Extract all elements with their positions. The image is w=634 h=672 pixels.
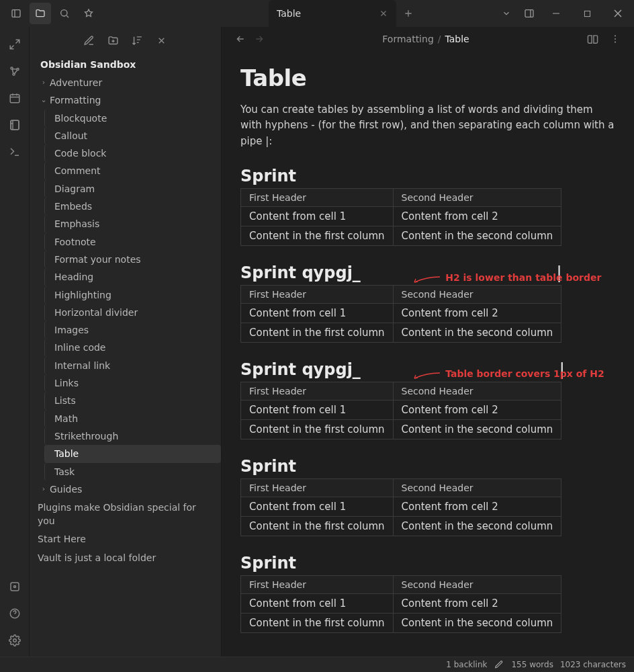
file-item[interactable]: Code block — [44, 144, 221, 162]
tab-dropdown-icon[interactable] — [496, 3, 517, 24]
reading-view-icon[interactable] — [583, 30, 602, 48]
file-item[interactable]: Inline code — [44, 339, 221, 356]
svg-rect-3 — [584, 11, 590, 16]
tab-strip: Table — [269, 0, 420, 27]
breadcrumb-current[interactable]: Table — [445, 34, 469, 44]
file-item[interactable]: Highlighting — [44, 286, 221, 304]
file-item[interactable]: Table — [44, 445, 221, 462]
folder-item[interactable]: › Guides — [30, 480, 221, 498]
file-tree: › Adventurer ⌄ Formatting Blockquote Cal… — [30, 74, 221, 657]
file-item[interactable]: Footnote — [44, 233, 221, 251]
chevron-icon[interactable]: ⌄ — [38, 95, 50, 106]
folder-item[interactable]: ⌄ Formatting — [30, 91, 221, 109]
document-body[interactable]: Table You can create tables by assemblin… — [222, 51, 634, 657]
file-label: Lists — [54, 394, 76, 407]
main-row: Obsidian Sandbox › Adventurer ⌄ Formatti… — [0, 27, 634, 657]
table-cell: Content from cell 2 — [393, 497, 561, 516]
graph-view-icon[interactable] — [4, 62, 26, 81]
table-cell: Content in the first column — [241, 323, 394, 342]
templates-icon[interactable] — [4, 116, 26, 134]
file-item[interactable]: Start Here — [30, 530, 221, 548]
file-item[interactable]: Embeds — [44, 198, 221, 215]
file-label: Images — [54, 323, 89, 337]
command-palette-icon[interactable] — [4, 142, 26, 161]
table-header: Second Header — [393, 188, 561, 206]
file-item[interactable]: Emphasis — [44, 215, 221, 233]
file-item[interactable]: Diagram — [44, 180, 221, 198]
table-row: Content in the first columnContent in th… — [241, 516, 561, 536]
table-cell: Content from cell 1 — [241, 593, 394, 613]
folder-item[interactable]: › Adventurer — [30, 74, 221, 91]
quick-switcher-icon[interactable] — [4, 35, 26, 54]
vault-icon[interactable] — [4, 577, 26, 596]
section-heading: Sprint qypgj_ Table border covers 1px of… — [240, 360, 615, 379]
window-titlebar: Table — [0, 0, 634, 27]
more-options-icon[interactable] — [606, 30, 625, 48]
table-header: First Header — [241, 188, 394, 206]
file-item[interactable]: Lists — [44, 392, 221, 409]
file-label: Horizontal divider — [54, 306, 138, 319]
file-item[interactable]: Strikethrough — [44, 427, 221, 445]
sort-icon[interactable] — [129, 32, 146, 49]
file-item[interactable]: Task — [44, 463, 221, 480]
table-header: Second Header — [393, 575, 561, 593]
window-maximize-button[interactable] — [572, 3, 602, 24]
svg-point-11 — [13, 586, 15, 588]
table-cell: Content in the second column — [393, 516, 561, 536]
section-heading: Sprint — [240, 554, 615, 573]
settings-icon[interactable] — [4, 631, 26, 650]
file-item[interactable]: Blockquote — [44, 110, 221, 127]
table-cell: Content in the first column — [241, 419, 394, 439]
file-item[interactable]: Format your notes — [44, 251, 221, 268]
file-item[interactable]: Callout — [44, 127, 221, 144]
file-item[interactable]: Horizontal divider — [44, 304, 221, 321]
file-item[interactable]: Plugins make Obsidian special for you — [30, 498, 221, 530]
file-item[interactable]: Vault is just a local folder — [30, 548, 221, 566]
file-item[interactable]: Comment — [44, 162, 221, 179]
status-words[interactable]: 155 words — [511, 660, 553, 669]
close-tab-icon[interactable] — [379, 9, 388, 18]
table-row: Content from cell 1Content from cell 2 — [241, 497, 561, 516]
file-label: Highlighting — [54, 288, 111, 302]
search-icon[interactable] — [54, 3, 75, 24]
file-label: Inline code — [54, 341, 105, 354]
nav-back-icon[interactable] — [231, 30, 250, 48]
new-folder-icon[interactable] — [105, 32, 122, 49]
svg-point-15 — [615, 38, 616, 40]
left-ribbon — [0, 27, 30, 657]
bookmark-icon[interactable] — [78, 3, 99, 24]
table-header: Second Header — [393, 382, 561, 400]
daily-note-icon[interactable] — [4, 89, 26, 108]
new-note-icon[interactable] — [81, 32, 98, 49]
window-close-button[interactable] — [603, 3, 633, 24]
chevron-icon[interactable]: › — [38, 77, 50, 88]
svg-rect-0 — [12, 10, 20, 17]
nav-forward-icon[interactable] — [250, 30, 269, 48]
sidebar-toggle-left-icon[interactable] — [5, 3, 27, 24]
file-item[interactable]: Heading — [44, 268, 221, 286]
chevron-icon[interactable]: › — [38, 484, 50, 495]
breadcrumb-parent[interactable]: Formatting — [382, 34, 433, 44]
collapse-icon[interactable] — [153, 32, 171, 49]
file-item[interactable]: Images — [44, 321, 221, 339]
annotation-text: H2 is lower than table border — [413, 272, 601, 283]
new-tab-button[interactable] — [396, 8, 420, 19]
table-cell: Content from cell 2 — [393, 303, 561, 323]
section-heading: Sprint qypgj_ H2 is lower than table bor… — [240, 263, 615, 282]
edit-mode-icon[interactable] — [494, 659, 504, 670]
file-item[interactable]: Math — [44, 410, 221, 427]
annotation-text: Table border covers 1px of H2 — [413, 368, 604, 379]
tab-table[interactable]: Table — [269, 0, 396, 27]
file-item[interactable]: Internal link — [44, 357, 221, 374]
svg-rect-8 — [11, 120, 19, 130]
table-cell: Content from cell 2 — [393, 206, 561, 226]
help-icon[interactable] — [4, 604, 26, 623]
sidebar-toggle-right-icon[interactable] — [518, 3, 540, 24]
file-label: Task — [54, 465, 75, 478]
file-explorer-icon[interactable] — [30, 3, 51, 24]
file-label: Embeds — [54, 200, 92, 213]
file-item[interactable]: Links — [44, 374, 221, 392]
window-minimize-button[interactable] — [541, 3, 571, 24]
status-backlinks[interactable]: 1 backlink — [446, 660, 487, 669]
status-chars[interactable]: 1023 characters — [560, 660, 626, 669]
